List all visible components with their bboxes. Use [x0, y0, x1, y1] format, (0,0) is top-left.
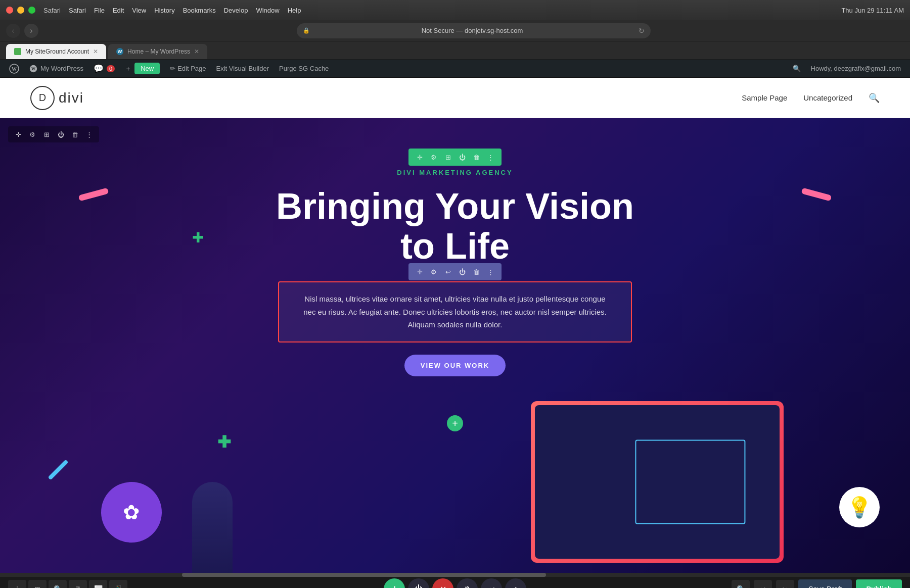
row-settings-icon[interactable]: ⚙ [428, 151, 440, 163]
module-trash-icon[interactable]: 🗑 [470, 266, 482, 278]
purge-cache-item[interactable]: Purge SG Cache [274, 60, 334, 78]
forward-button[interactable]: › [24, 24, 38, 38]
tab-close-wp[interactable]: ✕ [194, 48, 199, 55]
search-btn[interactable]: 🔍 [49, 580, 67, 588]
delete-module-btn[interactable]: ✕ [432, 578, 453, 588]
text-module[interactable]: ✛ ⚙ ↩ ⏻ 🗑 ⋮ Nisl massa, ultrices vitae o… [278, 281, 632, 342]
module-settings-btn-center[interactable]: ⚙ [457, 578, 478, 588]
power-toggle-btn[interactable]: ⏻ [408, 578, 429, 588]
section-more-icon[interactable]: ⋮ [83, 128, 95, 140]
row-more-icon[interactable]: ⋮ [484, 151, 496, 163]
header-search-icon[interactable]: 🔍 [869, 92, 880, 104]
section-power-icon[interactable]: ⏻ [55, 128, 67, 140]
undo-history-btn[interactable]: ↩ [754, 580, 772, 588]
plus-icon: ＋ [125, 64, 131, 73]
scrollbar-thumb[interactable] [182, 573, 546, 577]
module-more-icon[interactable]: ⋮ [484, 266, 496, 278]
menu-file[interactable]: File [94, 7, 105, 14]
deco-blue-line [48, 459, 68, 480]
cta-button[interactable]: VIEW OUR WORK [404, 355, 506, 376]
section-settings-icon[interactable]: ⚙ [26, 128, 38, 140]
tab-siteground[interactable]: My SiteGround Account ✕ [6, 44, 106, 59]
tab-close-sg[interactable]: ✕ [93, 48, 98, 55]
url-text: Not Secure — donjetv.sg-host.com [314, 27, 630, 34]
site-name-item[interactable]: W My WordPress [24, 60, 88, 78]
row-columns-icon[interactable]: ⊞ [442, 151, 454, 163]
menu-help[interactable]: Help [288, 7, 301, 14]
comments-item[interactable]: 💬 0 [88, 60, 120, 78]
comment-count-badge: 0 [107, 65, 115, 72]
hero-title-line2: to Life [400, 226, 510, 266]
module-power-icon[interactable]: ⏻ [456, 266, 468, 278]
deco-person-left [192, 482, 233, 573]
menu-view[interactable]: View [132, 7, 146, 14]
menu-history[interactable]: History [154, 7, 174, 14]
nav-uncategorized[interactable]: Uncategorized [803, 93, 852, 102]
deco-plus-shape: ✚ [217, 432, 231, 452]
site-logo[interactable]: D divi [30, 86, 84, 110]
tab-wordpress[interactable]: W Home – My WordPress ✕ [108, 44, 207, 59]
mac-status-right: Thu Jun 29 11:11 AM [841, 7, 904, 14]
row-trash-icon[interactable]: 🗑 [470, 151, 482, 163]
module-control-btns: ✛ ⏻ ✕ ⚙ ↩ ↕ [384, 578, 526, 588]
back-button[interactable]: ‹ [6, 24, 20, 38]
publish-button[interactable]: Publish [856, 579, 902, 588]
browser-tabs: My SiteGround Account ✕ W Home – My Word… [0, 41, 910, 60]
hamburger-menu-btn[interactable]: ⋮ [8, 580, 26, 588]
purge-cache-label: Purge SG Cache [279, 65, 329, 72]
layers-btn[interactable]: ⊞ [28, 580, 47, 588]
laptop-screen [535, 405, 780, 559]
wp-logo-item[interactable]: W [4, 60, 24, 78]
nav-sample-page[interactable]: Sample Page [742, 93, 787, 102]
howdy-text: Howdy, deezgrafix@gmail.com [806, 65, 906, 72]
add-module-btn[interactable]: + [447, 415, 463, 431]
save-draft-button[interactable]: Save Draft [798, 579, 852, 588]
menu-edit[interactable]: Edit [113, 7, 124, 14]
menu-bookmarks[interactable]: Bookmarks [183, 7, 216, 14]
module-move-icon[interactable]: ✛ [414, 266, 426, 278]
traffic-lights [6, 7, 35, 14]
undo-btn[interactable]: ↩ [481, 578, 502, 588]
hero-body-text: Nisl massa, ultrices vitae ornare sit am… [299, 292, 611, 331]
section-grid-icon[interactable]: ⊞ [40, 128, 53, 140]
scrollbar-track [0, 573, 910, 577]
section-trash-icon[interactable]: 🗑 [69, 128, 81, 140]
address-bar[interactable]: 🔒 Not Secure — donjetv.sg-host.com ↻ [297, 23, 651, 38]
edit-page-item[interactable]: ✏ Edit Page [165, 60, 211, 78]
redo-history-btn[interactable]: ↪ [776, 580, 794, 588]
tab-label-sg: My SiteGround Account [25, 48, 89, 55]
mobile-view-btn[interactable]: 📱 [109, 580, 127, 588]
logo-circle: D [30, 86, 55, 110]
menu-window[interactable]: Window [256, 7, 279, 14]
tab-favicon-sg [14, 48, 21, 55]
agency-label: DIVI MARKETING AGENCY [91, 169, 819, 176]
row-power-icon[interactable]: ⏻ [456, 151, 468, 163]
site-name-label: My WordPress [40, 65, 83, 72]
exit-visual-builder-item[interactable]: Exit Visual Builder [211, 60, 275, 78]
resize-btn[interactable]: ↕ [505, 578, 526, 588]
section-add-icon[interactable]: ✛ [12, 128, 24, 140]
hero-title: Bringing Your Vision to Life [91, 186, 819, 266]
menu-safari[interactable]: Safari [69, 7, 86, 14]
edit-page-label: Edit Page [177, 65, 206, 72]
menu-develop[interactable]: Develop [224, 7, 248, 14]
history-search-btn[interactable]: 🔍 [732, 580, 750, 588]
deco-laptop-mockup [531, 401, 784, 563]
new-button[interactable]: New [134, 63, 160, 74]
module-copy-icon[interactable]: ↩ [442, 266, 454, 278]
hero-content: DIVI MARKETING AGENCY Bringing Your Visi… [91, 169, 819, 376]
add-content-btn[interactable]: ✛ [384, 578, 405, 588]
fullscreen-button[interactable] [28, 7, 35, 14]
logo-text: divi [59, 90, 84, 106]
module-settings-icon[interactable]: ⚙ [428, 266, 440, 278]
new-content-item[interactable]: ＋ New [120, 60, 165, 78]
pencil-icon: ✏ [170, 65, 175, 72]
logo-letter: D [39, 92, 46, 104]
tablet-view-btn[interactable]: ⬜ [89, 580, 107, 588]
close-button[interactable] [6, 7, 13, 14]
desktop-view-btn[interactable]: 🖥 [69, 580, 87, 588]
row-add-icon[interactable]: ✛ [414, 151, 426, 163]
minimize-button[interactable] [17, 7, 24, 14]
refresh-button[interactable]: ↻ [639, 27, 645, 35]
search-admin-item[interactable]: 🔍 [788, 60, 806, 78]
